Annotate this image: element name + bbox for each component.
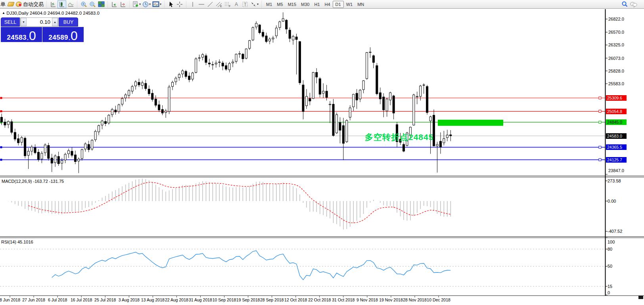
candlestick-chart-icon [59, 1, 65, 8]
timeframe-m30[interactable]: M30 [299, 1, 312, 8]
candle [386, 98, 388, 117]
sell-price-dec: 0 [29, 31, 36, 41]
sell-price-display[interactable]: 24583 . 0 [1, 27, 42, 42]
cursor-icon [168, 1, 174, 8]
line-chart-button[interactable] [66, 0, 75, 8]
candle [155, 95, 157, 107]
highlight-rectangle[interactable] [438, 120, 503, 126]
dropdown-caret: ▾ [139, 2, 141, 6]
timeframe-m15[interactable]: M15 [286, 1, 299, 8]
sell-price-int: 24583 [7, 34, 27, 41]
tile-windows-button[interactable] [97, 0, 105, 8]
candle [1, 113, 3, 125]
line-handle[interactable] [0, 159, 2, 161]
bar-chart-button[interactable] [49, 0, 58, 8]
timeframe-w1[interactable]: W1 [344, 1, 355, 8]
zoom-out-button[interactable] [88, 0, 97, 8]
templates-button[interactable]: ▾ [151, 0, 162, 8]
zoom-in-button[interactable] [79, 0, 88, 8]
autotrading-button[interactable]: 自动交易 [15, 0, 44, 8]
candle [235, 54, 237, 63]
volume-decrease-button[interactable]: ▼ [21, 18, 27, 26]
timeframe-m5[interactable]: M5 [274, 1, 285, 8]
auto-scroll-button[interactable] [110, 0, 119, 8]
price-tick-label: 26570.0 [608, 30, 624, 35]
text-label-icon: T [242, 1, 248, 8]
candle [202, 53, 204, 60]
cursor-button[interactable] [167, 0, 175, 8]
buy-price-int: 24589 [48, 34, 68, 41]
timeframe-mn[interactable]: MN [355, 1, 366, 8]
sell-button[interactable]: SELL [1, 17, 20, 27]
arrows-button[interactable]: ▾ [249, 0, 259, 8]
candle [366, 52, 368, 80]
candlestick-chart-button[interactable] [58, 0, 66, 8]
main-pane[interactable] [0, 12, 605, 173]
equidistant-channel-icon: E [215, 1, 222, 8]
timeframe-h4[interactable]: H4 [322, 1, 333, 8]
volume-spinner: ▼ ▲ [20, 17, 58, 27]
rsi-tick-label: 0 [608, 290, 610, 295]
rsi-pane[interactable] [0, 249, 605, 286]
text-button[interactable]: A [232, 0, 241, 8]
vertical-line-button[interactable] [188, 0, 197, 8]
trendline-icon [207, 1, 213, 8]
line-handle[interactable] [599, 159, 601, 161]
candle [205, 54, 207, 65]
clock-icon [142, 1, 149, 8]
volume-increase-button[interactable]: ▲ [52, 18, 58, 26]
line-handle[interactable] [0, 146, 2, 148]
candle [443, 131, 445, 146]
candle [316, 68, 318, 83]
corner-grip[interactable] [638, 296, 643, 299]
line-handle[interactable] [599, 146, 601, 148]
chart-canvas[interactable] [0, 9, 644, 305]
candle [192, 72, 194, 81]
candle [222, 61, 224, 71]
fibonacci-icon: F [224, 1, 231, 8]
new-order-label-partial[interactable]: 单 [0, 1, 6, 8]
candle [11, 119, 13, 134]
line-handle[interactable] [0, 110, 2, 112]
candle [64, 153, 66, 163]
panel-expand-arrow[interactable]: ▲ [2, 11, 5, 15]
volume-input[interactable] [27, 18, 52, 26]
search-button[interactable] [620, 0, 629, 8]
chart-annotation-text[interactable]: 多空转折点24845 [365, 132, 433, 143]
buy-button[interactable]: BUY [59, 17, 78, 27]
candle [78, 157, 80, 173]
indicators-icon [132, 1, 139, 8]
line-handle[interactable] [599, 110, 601, 113]
line-handle[interactable] [599, 97, 601, 99]
line-handle[interactable] [0, 97, 2, 99]
buy-price-display[interactable]: 24589 . 0 [42, 27, 84, 42]
chart-area[interactable]: 26822.026570.026325.026073.025828.025583… [0, 9, 644, 305]
candle [369, 47, 371, 58]
chart-shift-button[interactable] [119, 0, 127, 8]
candle [312, 72, 314, 99]
timeframe-m1[interactable]: M1 [264, 1, 274, 8]
indicators-button[interactable]: ▾ [132, 0, 142, 8]
periods-button[interactable]: ▾ [142, 0, 151, 8]
candle [141, 81, 143, 89]
new-order-button[interactable] [6, 0, 15, 8]
text-label-button[interactable]: T [241, 0, 249, 8]
candle [54, 154, 56, 167]
trendline-button[interactable] [206, 0, 215, 8]
price-tick-label: 25828.0 [608, 69, 624, 73]
candle [101, 120, 103, 129]
line-handle[interactable] [599, 121, 601, 123]
candle [168, 85, 170, 114]
horizontal-line-button[interactable] [197, 0, 206, 8]
timeframe-d1[interactable]: D1 [333, 1, 344, 8]
macd-pane[interactable] [8, 178, 450, 229]
candle [165, 109, 167, 118]
candle [14, 129, 16, 142]
candle [111, 108, 113, 117]
toolbar-separator [185, 1, 187, 8]
fibonacci-button[interactable]: F [223, 0, 232, 8]
chat-button[interactable] [629, 0, 638, 8]
crosshair-button[interactable] [175, 0, 184, 8]
timeframe-h1[interactable]: H1 [312, 1, 322, 8]
equidistant-channel-button[interactable]: E [215, 0, 223, 8]
